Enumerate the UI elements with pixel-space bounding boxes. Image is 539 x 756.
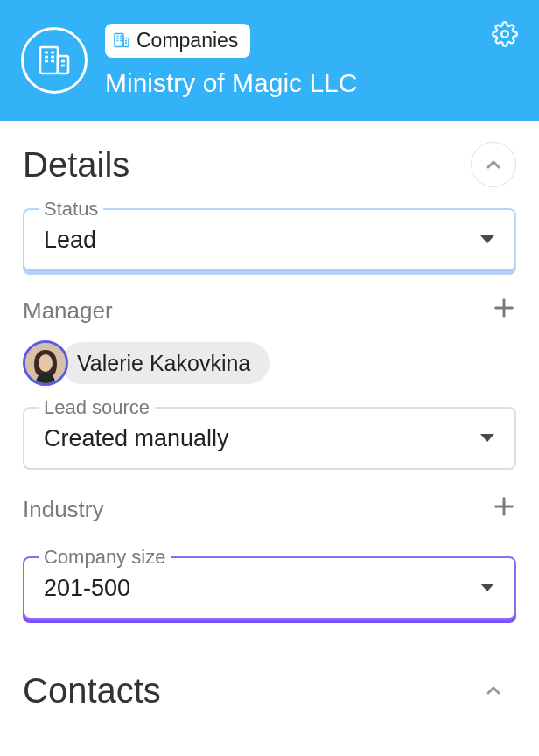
lead-source-field: Lead source Created manually — [23, 407, 516, 470]
contacts-header: Contacts — [23, 668, 516, 713]
collapse-details-button[interactable] — [471, 142, 516, 187]
industry-label: Industry — [23, 496, 104, 523]
status-value: Lead — [44, 227, 96, 254]
plus-icon — [492, 494, 516, 519]
details-header: Details — [23, 142, 516, 187]
svg-rect-0 — [40, 47, 58, 74]
plus-icon — [492, 296, 516, 320]
company-size-value: 201-500 — [44, 575, 130, 602]
breadcrumb[interactable]: Companies — [105, 24, 250, 58]
caret-down-icon — [480, 234, 495, 245]
manager-label: Manager — [23, 298, 113, 325]
company-icon-frame — [21, 27, 88, 94]
lead-source-value: Created manually — [44, 425, 229, 452]
chevron-up-icon — [483, 680, 504, 701]
industry-row: Industry — [23, 494, 516, 525]
breadcrumb-label: Companies — [136, 29, 238, 52]
svg-point-24 — [38, 354, 52, 372]
avatar-image — [25, 343, 66, 383]
company-header: Companies Ministry of Magic LLC — [0, 0, 539, 121]
building-icon — [38, 46, 70, 75]
add-manager-button[interactable] — [492, 296, 516, 326]
status-label: Status — [38, 198, 103, 220]
avatar[interactable] — [23, 340, 68, 386]
settings-button[interactable] — [492, 21, 518, 51]
company-size-label: Company size — [38, 546, 171, 569]
svg-point-20 — [501, 31, 508, 38]
details-section: Details Status Lead Manager — [0, 121, 539, 648]
manager-chip[interactable]: Valerie Kakovkina — [61, 342, 270, 384]
manager-name: Valerie Kakovkina — [77, 351, 250, 376]
collapse-contacts-button[interactable] — [471, 668, 516, 713]
company-size-field: Company size 201-500 — [23, 556, 516, 620]
svg-rect-10 — [115, 34, 123, 47]
manager-chip-row: Valerie Kakovkina — [23, 340, 516, 386]
header-text-block: Companies Ministry of Magic LLC — [105, 24, 357, 98]
page-title: Ministry of Magic LLC — [105, 68, 357, 98]
caret-down-icon — [480, 583, 495, 593]
details-title: Details — [23, 145, 130, 185]
lead-source-label: Lead source — [38, 396, 155, 419]
gear-icon — [492, 21, 518, 47]
add-industry-button[interactable] — [492, 494, 516, 525]
contacts-section: Contacts — [0, 648, 539, 732]
building-icon — [114, 32, 130, 48]
status-field: Status Lead — [23, 208, 516, 271]
caret-down-icon — [480, 433, 495, 444]
contacts-title: Contacts — [23, 671, 161, 710]
manager-row: Manager — [23, 296, 516, 326]
chevron-up-icon — [483, 154, 504, 175]
